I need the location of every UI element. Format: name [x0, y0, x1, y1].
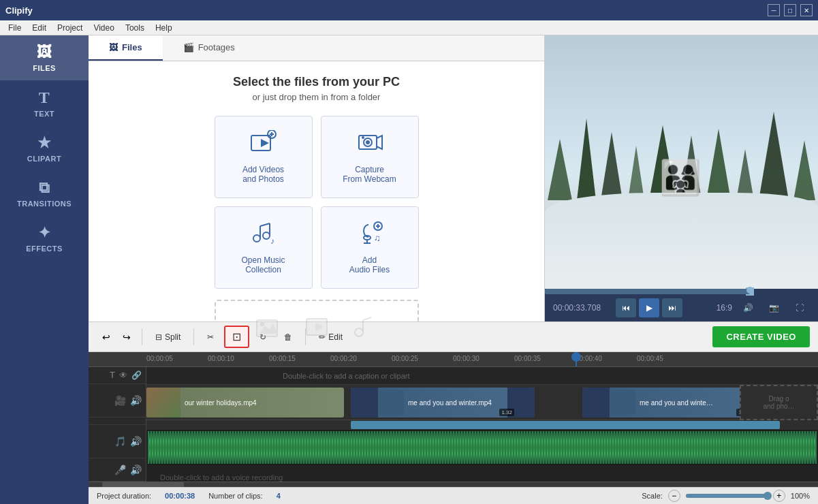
sidebar-item-transitions-label: TRANSITIONS — [17, 200, 72, 208]
caption-track[interactable]: Double-click to add a caption or clipart — [146, 367, 818, 385]
sidebar-item-text[interactable]: T TEXT — [0, 80, 89, 126]
clip-winter-holidays[interactable]: our winter holidays.mp4 — [146, 388, 344, 418]
open-music-button[interactable]: ♪ Open MusicCollection — [215, 206, 313, 289]
clip-label-2: me and you and winter.mp4 — [405, 399, 494, 407]
crop-icon: ⊡ — [232, 330, 241, 343]
playhead-marker — [571, 352, 581, 362]
text-icon: T — [39, 89, 50, 107]
maximize-button[interactable]: □ — [784, 4, 796, 16]
timeline-scroll-handle[interactable] — [102, 482, 184, 487]
undo-button[interactable]: ↩ — [97, 328, 116, 347]
voice-volume-icon[interactable]: 🔊 — [130, 464, 142, 475]
preview-controls: 00:00:33.708 ⏮ ▶ ⏭ 16:9 🔊 📷 ⛶ — [545, 294, 818, 321]
timeline-scrollbar[interactable] — [89, 482, 818, 487]
sidebar-item-files[interactable]: 🖼 FILES — [0, 35, 89, 80]
voice-hint: Double-click to add a voice recording — [160, 473, 283, 482]
files-icon: 🖼 — [37, 44, 52, 61]
sidebar-item-clipart[interactable]: ★ CLIPART — [0, 126, 89, 171]
main-container: 🖼 FILES T TEXT ★ CLIPART ⧉ TRANSITIONS ✦… — [0, 35, 818, 504]
close-button[interactable]: ✕ — [800, 4, 813, 16]
caption-hint: Double-click to add a caption or clipart — [283, 372, 409, 380]
svg-text:♪: ♪ — [270, 236, 274, 245]
blue-bar-track-label — [89, 418, 146, 425]
menu-tools[interactable]: Tools — [120, 22, 150, 34]
video-frame: 👨‍👩‍👧 — [545, 35, 818, 289]
transitions-icon: ⧉ — [39, 179, 50, 197]
scale-slider[interactable] — [686, 494, 768, 498]
play-button[interactable]: ▶ — [639, 298, 659, 317]
sidebar-item-effects[interactable]: ✦ EFFECTS — [0, 216, 89, 261]
ruler-tick-8: 00:00:45 — [637, 355, 663, 362]
ruler-tick-1: 00:00:10 — [208, 355, 234, 362]
ruler-tick-6: 00:00:35 — [514, 355, 541, 362]
ruler-tick-4: 00:00:25 — [392, 355, 418, 362]
caption-track-eye-icon[interactable]: 👁 — [119, 371, 127, 380]
content-area: 🖼 Files 🎬 Footages Select the files from… — [89, 35, 818, 504]
preview-video: 👨‍👩‍👧 — [545, 35, 818, 289]
video-scrubber-bar[interactable] — [545, 289, 818, 294]
waveform-visual — [148, 431, 817, 464]
playback-controls: ⏮ ▶ ⏭ — [616, 298, 682, 317]
split-button[interactable]: ⊟ Split — [148, 328, 188, 346]
svg-point-7 — [366, 140, 370, 144]
scale-slider-handle[interactable] — [764, 492, 772, 500]
snapshot-button[interactable]: 📷 — [764, 298, 784, 317]
cut-button[interactable]: ✂ — [200, 328, 221, 346]
add-videos-button[interactable]: Add Videosand Photos — [215, 116, 313, 198]
caption-track-link-icon[interactable]: 🔗 — [131, 371, 142, 380]
prev-frame-button[interactable]: ⏮ — [616, 298, 636, 317]
sidebar-item-effects-label: EFFECTS — [26, 245, 63, 253]
scrubber-dot[interactable] — [746, 287, 753, 294]
camera-icon: 🎥 — [114, 395, 126, 406]
split-label: Split — [165, 332, 180, 342]
scale-slider-fill — [686, 494, 768, 498]
titlebar: Clipify ─ □ ✕ — [0, 0, 818, 20]
audio-volume-icon[interactable]: 🔊 — [130, 436, 142, 447]
create-video-button[interactable]: CREATE VIDEO — [712, 326, 810, 347]
voice-track[interactable]: Double-click to add a voice recording — [146, 465, 818, 482]
menubar: File Edit Project Video Tools Help — [0, 20, 818, 35]
scale-minus-button[interactable]: − — [668, 490, 680, 502]
volume-button[interactable]: 🔊 — [738, 298, 758, 317]
menu-project[interactable]: Project — [52, 22, 88, 34]
drag-hint: Drag oand pho… — [763, 395, 794, 410]
clip-thumb-3b — [611, 390, 635, 415]
add-videos-icon — [250, 130, 277, 159]
fullscreen-button[interactable]: ⛶ — [789, 298, 810, 317]
clip-thumb-2b — [379, 390, 404, 415]
menu-edit[interactable]: Edit — [27, 22, 52, 34]
clip-label-3: me and you and winte… — [637, 399, 716, 407]
sidebar: 🖼 FILES T TEXT ★ CLIPART ⧉ TRANSITIONS ✦… — [0, 35, 89, 504]
capture-webcam-button[interactable]: CaptureFrom Webcam — [321, 116, 419, 198]
menu-file[interactable]: File — [3, 22, 27, 34]
add-videos-label: Add Videosand Photos — [242, 165, 284, 184]
effects-icon: ✦ — [38, 224, 51, 242]
clip-thumb-3 — [582, 388, 610, 418]
crop-button[interactable]: ⊡ — [224, 326, 249, 348]
statusbar: Project duration: 00:00:38 Number of cli… — [89, 487, 818, 504]
next-frame-button[interactable]: ⏭ — [662, 298, 682, 317]
footages-tab-label: Footages — [198, 42, 235, 52]
video-volume-icon[interactable]: 🔊 — [130, 395, 142, 406]
toolbar-separator-1 — [142, 328, 142, 345]
sidebar-item-files-label: FILES — [33, 64, 56, 72]
clipart-icon: ★ — [37, 134, 52, 152]
menu-video[interactable]: Video — [88, 22, 119, 34]
scale-plus-button[interactable]: + — [773, 490, 785, 502]
sidebar-item-clipart-label: CLIPART — [27, 155, 61, 163]
minimize-button[interactable]: ─ — [768, 4, 780, 16]
clip-meyou-1[interactable]: me and you and winter.mp4 1.32 — [351, 388, 535, 418]
music-icon: 🎵 — [114, 436, 126, 447]
time-display: 00:00:33.708 — [553, 303, 608, 313]
preview-panel: 👨‍👩‍👧 00:00:33.708 ⏮ ▶ ⏭ — [545, 35, 818, 321]
tab-footages[interactable]: 🎬 Footages — [163, 35, 255, 61]
svg-point-15 — [364, 236, 371, 240]
redo-button[interactable]: ↪ — [117, 328, 136, 347]
add-audio-button[interactable]: ♫ AddAudio Files — [321, 206, 419, 289]
menu-help[interactable]: Help — [150, 22, 178, 34]
top-section: 🖼 Files 🎬 Footages Select the files from… — [89, 35, 818, 321]
sidebar-item-transitions[interactable]: ⧉ TRANSITIONS — [0, 171, 89, 216]
svg-marker-1 — [261, 139, 269, 147]
tab-files[interactable]: 🖼 Files — [89, 35, 163, 61]
duration-value: 00:00:38 — [165, 492, 195, 500]
